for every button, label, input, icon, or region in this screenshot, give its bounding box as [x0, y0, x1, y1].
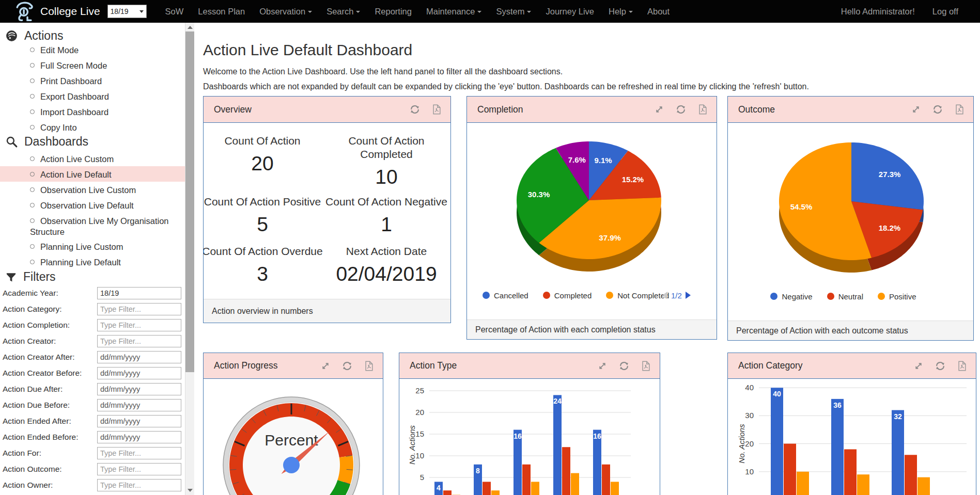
refresh-icon[interactable] [675, 104, 687, 115]
sidebar-item-action-live-default[interactable]: Action Live Default [30, 169, 170, 180]
dashboards-section-header: Dashboards [5, 135, 88, 149]
sidebar-item-observation-live-default[interactable]: Observation Live Default [30, 200, 170, 211]
svg-text:30.3%: 30.3% [528, 190, 550, 199]
scrollbar-thumb[interactable] [185, 31, 194, 372]
nav-item-search[interactable]: Search [319, 7, 367, 17]
pdf-export-icon[interactable] [363, 360, 375, 372]
sidebar-item-label: Full Screen Mode [40, 61, 107, 70]
filter-row-action-due-before: Action Due Before: [0, 399, 185, 412]
stat-count-of-action-positive: Count Of Action Positive5 [204, 195, 328, 236]
legend-item-not-completed[interactable]: Not Completed [606, 291, 669, 300]
nav-item-help[interactable]: Help [601, 7, 640, 17]
refresh-icon[interactable] [341, 360, 353, 372]
panel-action-type-header: Action Type [399, 353, 660, 379]
nav-item-reporting[interactable]: Reporting [367, 7, 419, 17]
sidebar-item-label: Observation Live Custom [40, 185, 136, 195]
pdf-export-icon[interactable] [640, 360, 651, 372]
legend-prev-icon[interactable] [662, 292, 667, 299]
refresh-icon[interactable] [409, 104, 421, 115]
expand-icon[interactable] [913, 360, 924, 372]
filter-input-academic-year[interactable] [97, 287, 181, 299]
legend-item-cancelled[interactable]: Cancelled [483, 291, 528, 300]
sidebar-item-full-screen-mode[interactable]: Full Screen Mode [30, 60, 170, 71]
scrollbar-up-arrow[interactable] [188, 26, 193, 29]
filter-input-action-creator[interactable] [97, 335, 181, 347]
legend-item-neutral[interactable]: Neutral [827, 292, 863, 301]
expand-icon[interactable] [654, 104, 665, 115]
filter-input-action-for[interactable] [97, 447, 181, 459]
panel-outcome-body: 27.3%18.2%54.5% NegativeNeutralPositive [728, 123, 973, 321]
sidebar-item-label: Planning Live Default [40, 258, 121, 267]
refresh-icon[interactable] [935, 360, 946, 372]
filter-input-action-creator-after[interactable] [97, 351, 181, 363]
svg-text:4: 4 [437, 484, 441, 492]
nav-item-observation[interactable]: Observation [252, 7, 319, 17]
legend-label: Not Completed [617, 291, 669, 300]
sidebar-scrollbar[interactable] [185, 23, 194, 495]
filter-input-action-completion[interactable] [97, 319, 181, 331]
svg-text:15: 15 [415, 429, 424, 438]
legend-label: Neutral [838, 292, 863, 301]
panel-completion-body: 9.1%15.2%37.9%30.3%7.6% CancelledComplet… [467, 123, 717, 320]
nav-item-label: Maintenance [426, 7, 475, 16]
nav-item-maintenance[interactable]: Maintenance [419, 7, 489, 17]
sidebar: Actions Edit ModeFull Screen ModePrint D… [0, 23, 185, 495]
filter-input-action-ended-after[interactable] [97, 415, 181, 427]
expand-icon[interactable] [597, 360, 608, 372]
legend-item-negative[interactable]: Negative [770, 292, 812, 301]
nav-item-sow[interactable]: SoW [158, 7, 191, 17]
academic-year-dropdown[interactable]: 18/19 [107, 5, 147, 18]
filter-input-action-outcome[interactable] [97, 463, 181, 475]
pdf-export-icon[interactable] [954, 104, 965, 115]
expand-icon[interactable] [910, 104, 922, 115]
panel-action-category-body: 10203040No. Actions403632 [728, 379, 976, 495]
chevron-down-icon [308, 11, 312, 13]
expand-icon[interactable] [320, 360, 331, 372]
filter-input-action-category[interactable] [97, 303, 181, 315]
brand-title[interactable]: College Live [40, 5, 100, 18]
filter-input-action-ended-before[interactable] [97, 431, 181, 443]
sidebar-item-observation-live-custom[interactable]: Observation Live Custom [30, 185, 170, 196]
sidebar-item-copy-into[interactable]: Copy Into [30, 122, 170, 133]
legend-item-completed[interactable]: Completed [543, 291, 592, 300]
filter-input-action-creator-before[interactable] [97, 367, 181, 379]
sidebar-item-planning-live-custom[interactable]: Planning Live Custom [30, 242, 170, 252]
pdf-export-icon[interactable] [431, 104, 442, 115]
refresh-icon[interactable] [932, 104, 943, 115]
filter-input-action-owner[interactable] [97, 479, 181, 491]
nav-greeting[interactable]: Hello Administrator! [841, 7, 915, 17]
svg-text:16: 16 [514, 432, 522, 440]
scrollbar-down-arrow[interactable] [188, 489, 193, 492]
filter-row-action-ended-before: Action Ended Before: [0, 431, 185, 444]
refresh-icon[interactable] [618, 360, 630, 372]
app-window: College Live 18/19 SoWLesson PlanObserva… [0, 0, 980, 495]
stat-count-of-action-completed: Count Of Action Completed10 [321, 134, 450, 188]
legend-next-icon[interactable] [686, 292, 691, 299]
sidebar-item-print-dashboard[interactable]: Print Dashboard [30, 76, 170, 87]
sidebar-item-planning-live-default[interactable]: Planning Live Default [30, 257, 170, 268]
sidebar-item-edit-mode[interactable]: Edit Mode [30, 45, 170, 56]
nav-item-about[interactable]: About [640, 7, 677, 17]
sidebar-item-observation-live-my-organisation-structure[interactable]: Observation Live My Organisation Structu… [30, 216, 170, 237]
panel-outcome-title: Outcome [738, 104, 775, 115]
legend-item-positive[interactable]: Positive [878, 292, 916, 301]
stat-label: Count Of Action [204, 134, 328, 148]
sidebar-item-import-dashboard[interactable]: Import Dashboard [30, 107, 170, 118]
nav-item-lesson-plan[interactable]: Lesson Plan [191, 7, 252, 17]
nav-item-journey-live[interactable]: Journey Live [538, 7, 601, 17]
panel-overview-footer: Action overview in numbers [204, 299, 450, 323]
pdf-export-icon[interactable] [956, 360, 968, 372]
sidebar-item-action-live-custom[interactable]: Action Live Custom [30, 154, 170, 165]
sidebar-item-label: Import Dashboard [40, 107, 108, 117]
filter-row-action-ended-after: Action Ended After: [0, 415, 185, 428]
panel-action-category: Action Category 10203040No. Actions40363… [727, 353, 976, 495]
action-progress-gauge: Percent0100 [204, 379, 383, 495]
filter-input-action-due-after[interactable] [97, 383, 181, 395]
sidebar-item-export-dashboard[interactable]: Export Dashboard [30, 91, 170, 102]
nav-item-system[interactable]: System [489, 7, 538, 17]
pdf-export-icon[interactable] [697, 104, 708, 115]
outcome-legend: NegativeNeutralPositive [728, 289, 973, 304]
filter-input-action-due-before[interactable] [97, 399, 181, 411]
log-off-link[interactable]: Log off [932, 7, 958, 17]
panel-overview-title: Overview [214, 104, 252, 115]
